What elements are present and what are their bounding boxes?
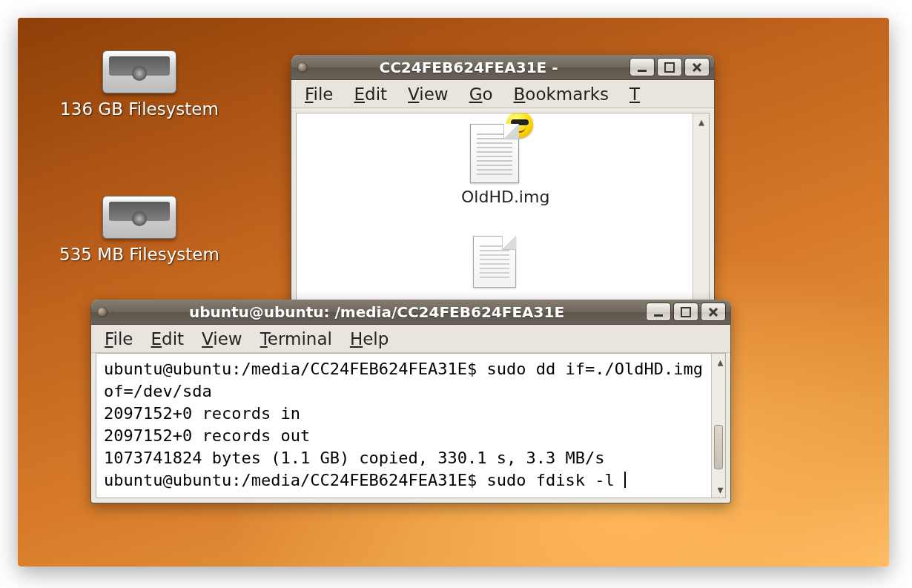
svg-rect-0 [638,70,647,72]
terminal-title: ubuntu@ubuntu: /media/CC24FEB624FEA31E [113,303,640,321]
terminal-scrollbar[interactable]: ▴ ▾ [711,354,725,498]
file-manager-scrollbar[interactable]: ▴ ▾ [693,113,709,331]
file-manager-titlebar[interactable]: CC24FEB624FEA31E - [291,55,714,80]
scroll-up-icon[interactable]: ▴ [695,115,708,128]
menu-truncated[interactable]: T [630,85,640,104]
menu-help[interactable]: Help [350,329,389,348]
svg-rect-3 [681,308,690,317]
file-manager-window: CC24FEB624FEA31E - File Edit View Go Boo… [291,55,715,337]
file-manager-pane[interactable]: OldHD.img [297,113,693,331]
file-partial-item[interactable] [461,228,528,292]
terminal-output[interactable]: ubuntu@ubuntu:/media/CC24FEB624FEA31E$ s… [96,354,711,498]
desktop: 136 GB Filesystem 535 MB Filesystem CC24… [18,18,889,566]
file-oldhd-img[interactable]: OldHD.img [461,124,528,206]
scroll-up-icon[interactable]: ▴ [713,355,727,369]
maximize-button[interactable] [657,58,682,76]
file-manager-body: OldHD.img ▴ ▾ [296,113,710,331]
menu-go[interactable]: Go [469,85,493,104]
scroll-down-icon[interactable]: ▾ [713,483,727,496]
file-manager-menubar: File Edit View Go Bookmarks T [291,80,714,108]
close-button[interactable] [684,58,710,76]
document-icon [473,236,516,288]
menu-edit[interactable]: Edit [151,329,185,348]
minimize-button[interactable] [630,58,655,76]
menu-bookmarks[interactable]: Bookmarks [514,85,609,104]
terminal-menubar: File Edit View Terminal Help [91,325,730,353]
window-menu-bead-icon[interactable] [297,62,308,73]
smiley-sunglasses-emblem-icon [506,113,533,138]
terminal-body: ubuntu@ubuntu:/media/CC24FEB624FEA31E$ s… [96,353,726,498]
minimize-button[interactable] [646,303,671,321]
maximize-button[interactable] [673,303,698,321]
desktop-drive-label: 136 GB Filesystem [43,99,236,119]
menu-file[interactable]: File [305,85,334,104]
menu-terminal[interactable]: Terminal [260,329,332,348]
menu-file[interactable]: File [105,329,133,348]
menu-edit[interactable]: Edit [354,85,388,104]
desktop-drive-535mb[interactable]: 535 MB Filesystem [43,196,236,264]
terminal-cursor [624,472,626,488]
svg-rect-1 [665,63,674,72]
menu-view[interactable]: View [408,85,449,104]
hard-disk-icon [102,196,176,239]
file-label: OldHD.img [461,188,528,206]
desktop-drive-136gb[interactable]: 136 GB Filesystem [43,50,236,119]
terminal-window: ubuntu@ubuntu: /media/CC24FEB624FEA31E F… [90,300,731,503]
desktop-drive-label: 535 MB Filesystem [43,245,236,264]
terminal-titlebar[interactable]: ubuntu@ubuntu: /media/CC24FEB624FEA31E [91,300,730,325]
svg-rect-2 [654,314,663,317]
file-manager-title: CC24FEB624FEA31E - [314,59,624,76]
window-menu-bead-icon[interactable] [97,307,108,317]
menu-view[interactable]: View [202,329,242,348]
hard-disk-icon [102,50,176,93]
scrollbar-thumb[interactable] [714,425,723,469]
document-icon [470,124,519,183]
close-button[interactable] [701,303,726,321]
